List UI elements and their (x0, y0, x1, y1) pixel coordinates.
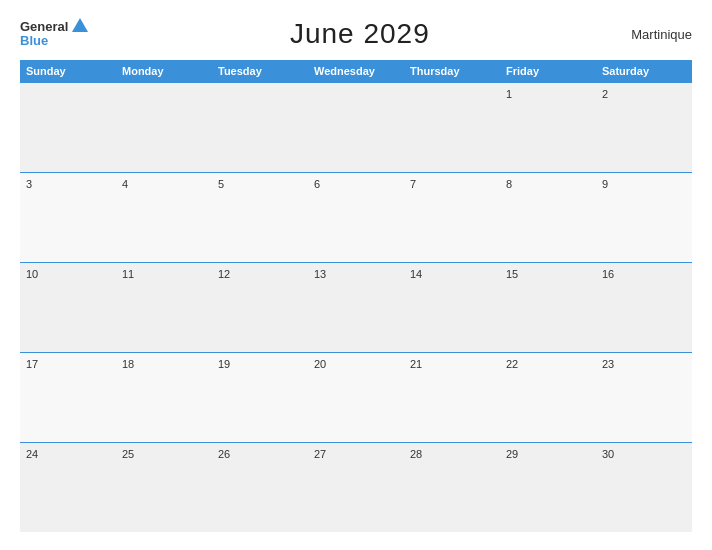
calendar-day: 15 (500, 262, 596, 352)
day-number: 6 (314, 178, 320, 190)
calendar-day (116, 83, 212, 173)
day-number: 2 (602, 88, 608, 100)
header-thursday: Thursday (404, 60, 500, 83)
calendar-day: 12 (212, 262, 308, 352)
calendar-day: 10 (20, 262, 116, 352)
day-number: 13 (314, 268, 326, 280)
calendar-day (308, 83, 404, 173)
day-number: 29 (506, 448, 518, 460)
calendar-day: 21 (404, 352, 500, 442)
day-number: 20 (314, 358, 326, 370)
calendar-day: 28 (404, 442, 500, 532)
calendar-day: 23 (596, 352, 692, 442)
day-number: 9 (602, 178, 608, 190)
day-number: 26 (218, 448, 230, 460)
header-friday: Friday (500, 60, 596, 83)
day-number: 7 (410, 178, 416, 190)
month-title: June 2029 (290, 18, 430, 50)
calendar-day: 26 (212, 442, 308, 532)
day-number: 3 (26, 178, 32, 190)
calendar-row: 17181920212223 (20, 352, 692, 442)
calendar-day: 9 (596, 172, 692, 262)
calendar-day: 3 (20, 172, 116, 262)
day-number: 24 (26, 448, 38, 460)
calendar-row: 12 (20, 83, 692, 173)
day-number: 4 (122, 178, 128, 190)
day-number: 28 (410, 448, 422, 460)
calendar-day (404, 83, 500, 173)
header-sunday: Sunday (20, 60, 116, 83)
day-number: 30 (602, 448, 614, 460)
header-wednesday: Wednesday (308, 60, 404, 83)
calendar-day: 18 (116, 352, 212, 442)
day-number: 21 (410, 358, 422, 370)
calendar-day: 24 (20, 442, 116, 532)
calendar-day: 22 (500, 352, 596, 442)
calendar-day: 20 (308, 352, 404, 442)
day-number: 23 (602, 358, 614, 370)
day-number: 12 (218, 268, 230, 280)
header-monday: Monday (116, 60, 212, 83)
day-number: 17 (26, 358, 38, 370)
day-number: 1 (506, 88, 512, 100)
day-number: 27 (314, 448, 326, 460)
day-number: 15 (506, 268, 518, 280)
header-saturday: Saturday (596, 60, 692, 83)
logo-blue-text: Blue (20, 34, 48, 48)
calendar-day: 11 (116, 262, 212, 352)
logo-general-text: General (20, 20, 68, 34)
calendar-day: 1 (500, 83, 596, 173)
day-number: 10 (26, 268, 38, 280)
calendar-day: 13 (308, 262, 404, 352)
calendar-row: 24252627282930 (20, 442, 692, 532)
header-tuesday: Tuesday (212, 60, 308, 83)
calendar-day: 30 (596, 442, 692, 532)
calendar-day: 7 (404, 172, 500, 262)
calendar-day: 14 (404, 262, 500, 352)
logo: General Blue (20, 20, 88, 49)
calendar-day: 17 (20, 352, 116, 442)
day-number: 25 (122, 448, 134, 460)
day-number: 22 (506, 358, 518, 370)
day-number: 16 (602, 268, 614, 280)
calendar-row: 3456789 (20, 172, 692, 262)
calendar-day: 2 (596, 83, 692, 173)
day-number: 18 (122, 358, 134, 370)
day-number: 19 (218, 358, 230, 370)
day-number: 14 (410, 268, 422, 280)
calendar-day: 6 (308, 172, 404, 262)
day-number: 8 (506, 178, 512, 190)
calendar-table: Sunday Monday Tuesday Wednesday Thursday… (20, 60, 692, 532)
logo-triangle-icon (72, 18, 88, 32)
calendar-day: 4 (116, 172, 212, 262)
calendar-day: 8 (500, 172, 596, 262)
calendar-day: 5 (212, 172, 308, 262)
calendar-day: 25 (116, 442, 212, 532)
calendar-header: General Blue June 2029 Martinique (20, 18, 692, 50)
calendar-day: 29 (500, 442, 596, 532)
calendar-row: 10111213141516 (20, 262, 692, 352)
calendar-day: 16 (596, 262, 692, 352)
calendar-day: 19 (212, 352, 308, 442)
region-label: Martinique (631, 27, 692, 42)
weekday-header-row: Sunday Monday Tuesday Wednesday Thursday… (20, 60, 692, 83)
day-number: 5 (218, 178, 224, 190)
calendar-day (20, 83, 116, 173)
calendar-day (212, 83, 308, 173)
calendar-day: 27 (308, 442, 404, 532)
day-number: 11 (122, 268, 134, 280)
